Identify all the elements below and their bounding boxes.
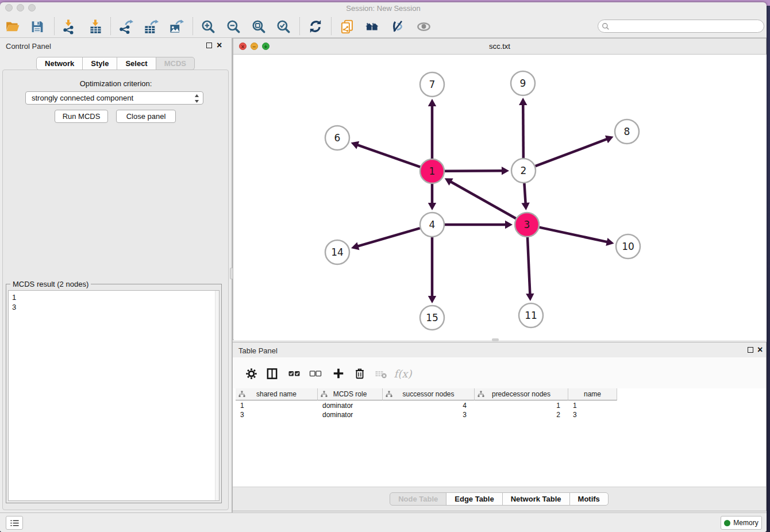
graph-edge-1-2[interactable] [445, 171, 503, 171]
graph-node-label-2: 2 [521, 165, 527, 176]
cell-successor-nodes[interactable]: 4 [383, 401, 475, 410]
tab-motifs[interactable]: Motifs [569, 492, 609, 506]
network-canvas-svg: 1234678910111415 [234, 55, 767, 340]
export-table-icon[interactable] [141, 17, 160, 36]
float-panel-icon[interactable] [206, 43, 212, 48]
select-all-columns-icon[interactable] [287, 366, 302, 381]
canvas-resize-grip[interactable] [492, 338, 499, 341]
graph-edge-1-6[interactable] [357, 145, 420, 167]
zoom-in-icon[interactable] [198, 17, 218, 36]
table-panel-title: Table Panel [238, 346, 278, 355]
column-header-predecessor-nodes[interactable]: predecessor nodes [475, 388, 568, 400]
column-header-name[interactable]: name [568, 388, 617, 400]
export-network-icon[interactable] [116, 17, 135, 36]
result-scrollbar[interactable] [215, 291, 219, 500]
cell-predecessor-nodes[interactable]: 2 [475, 410, 568, 419]
table-toolbar: f(x) [233, 357, 766, 388]
cell-shared-name[interactable]: 3 [236, 410, 318, 419]
column-label: successor nodes [402, 390, 454, 398]
tab-edge-table[interactable]: Edge Table [446, 492, 502, 506]
cell-successor-nodes[interactable]: 3 [383, 410, 475, 419]
delete-table-icon[interactable] [374, 366, 388, 381]
memory-button[interactable]: Memory [721, 516, 762, 530]
save-session-icon[interactable] [27, 17, 47, 36]
graph-edge-arrow-4-3 [505, 221, 513, 229]
column-header-successor-nodes[interactable]: successor nodes [383, 388, 475, 400]
column-type-icon [386, 391, 392, 398]
import-network-icon[interactable] [59, 17, 78, 36]
criterion-value: strongly connected component [32, 94, 133, 102]
graph-edge-3-10[interactable] [540, 228, 608, 242]
zoom-selected-icon[interactable] [274, 17, 293, 36]
graph-edge-arrow-1-2 [502, 167, 509, 175]
column-header-mcds-role[interactable]: MCDS role [318, 388, 383, 400]
graph-edge-4-14[interactable] [357, 228, 420, 246]
tab-node-table[interactable]: Node Table [390, 492, 446, 506]
node-table[interactable]: shared name MCDS role successor nodes pr… [233, 388, 766, 488]
close-table-panel-icon[interactable]: × [757, 345, 763, 355]
hide-graphics-details-icon[interactable] [388, 17, 407, 36]
graph-edge-3-1[interactable] [450, 182, 515, 219]
column-label: predecessor nodes [492, 390, 550, 398]
network-overview-icon[interactable] [363, 17, 382, 36]
table-row[interactable]: 1 dominator 4 1 1 [236, 401, 617, 410]
tab-select[interactable]: Select [117, 57, 156, 70]
graph-edge-arrow-4-15 [428, 296, 436, 303]
zoom-fit-icon[interactable] [249, 17, 268, 36]
control-panel: Control Panel × Network Style Select MCD… [0, 38, 232, 512]
graph-edge-3-11[interactable] [528, 237, 530, 295]
show-graphics-details-icon[interactable] [414, 17, 433, 36]
import-table-icon[interactable] [86, 17, 105, 36]
graph-edge-2-8[interactable] [536, 139, 608, 167]
graph-edge-2-3[interactable] [524, 183, 525, 204]
browse-columns-icon[interactable] [264, 366, 279, 381]
graph-edge-arrow-3-11 [526, 294, 534, 301]
graph-node-label-8: 8 [624, 126, 630, 137]
search-field[interactable] [598, 20, 764, 33]
refresh-icon[interactable] [306, 17, 325, 36]
open-session-icon[interactable] [3, 17, 22, 36]
zoom-out-icon[interactable] [224, 17, 243, 36]
graph-node-label-7: 7 [429, 79, 436, 90]
tab-network-table[interactable]: Network Table [502, 492, 570, 506]
float-table-panel-icon[interactable] [748, 347, 753, 353]
delete-column-icon[interactable] [352, 366, 367, 381]
cell-shared-name[interactable]: 1 [236, 401, 318, 410]
cell-name[interactable]: 1 [568, 401, 617, 410]
mcds-result-textarea[interactable]: 1 3 [8, 290, 220, 501]
settings-gear-icon[interactable] [244, 366, 259, 381]
close-panel-icon[interactable]: × [217, 40, 222, 51]
tab-style[interactable]: Style [82, 57, 117, 70]
cell-mcds-role[interactable]: dominator [318, 401, 383, 410]
cell-name[interactable]: 3 [568, 410, 617, 419]
table-row[interactable]: 3 dominator 3 2 3 [236, 410, 617, 419]
graph-node-label-15: 15 [426, 312, 438, 323]
column-type-icon [238, 391, 245, 398]
column-type-icon [478, 391, 484, 398]
optimization-criterion-label: Optimization criterion: [0, 79, 232, 88]
function-builder-icon[interactable]: f(x) [395, 366, 410, 381]
column-header-shared-name[interactable]: shared name [236, 388, 318, 400]
network-window-title: scc.txt [233, 42, 766, 51]
dropdown-stepper-icon [194, 94, 199, 105]
graph-node-label-14: 14 [331, 246, 344, 258]
criterion-dropdown[interactable]: strongly connected component [25, 91, 203, 105]
export-image-icon[interactable] [166, 17, 186, 36]
clipboard-network-icon[interactable] [337, 17, 357, 36]
graph-edge-2-9[interactable] [523, 104, 523, 158]
task-history-button[interactable] [6, 516, 23, 530]
network-canvas[interactable]: 1234678910111415 [234, 55, 767, 340]
cell-mcds-role[interactable]: dominator [318, 410, 383, 419]
mcds-result-group: MCDS result (2 nodes) 1 3 [6, 284, 222, 503]
search-input[interactable] [612, 21, 764, 32]
run-mcds-button[interactable]: Run MCDS [55, 110, 108, 123]
toolbar-separator [110, 17, 111, 35]
unselect-all-columns-icon[interactable] [308, 366, 323, 381]
add-column-icon[interactable] [331, 366, 346, 381]
close-panel-button[interactable]: Close panel [116, 110, 176, 123]
cell-predecessor-nodes[interactable]: 1 [475, 401, 568, 410]
column-type-icon [321, 391, 328, 398]
tab-network[interactable]: Network [36, 57, 83, 70]
tab-mcds[interactable]: MCDS [156, 57, 195, 70]
toolbar-separator [331, 17, 332, 35]
